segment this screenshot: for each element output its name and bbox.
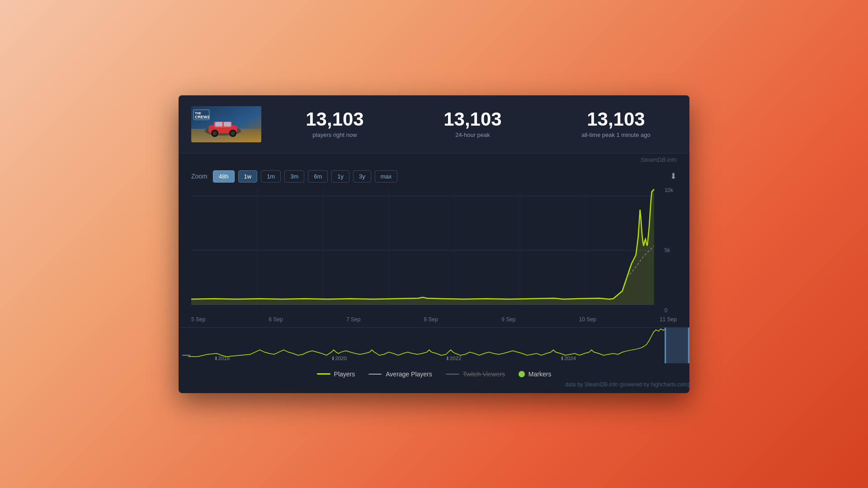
chart-area: Zoom 48h 1w 1m 3m 6m 1y 3y max ⬇ 10k 5k … xyxy=(179,163,689,327)
players-now-label: players right now xyxy=(306,131,363,138)
mini-chart-svg: 2018 2020 2022 2024 xyxy=(179,328,689,363)
legend-players: Players xyxy=(317,371,355,378)
svg-rect-27 xyxy=(688,328,689,363)
svg-text:CREW2: CREW2 xyxy=(195,115,210,119)
main-chart-svg xyxy=(191,187,677,314)
svg-text:2024: 2024 xyxy=(564,356,576,361)
svg-rect-33 xyxy=(447,357,448,360)
peak-24h-label: 24-hour peak xyxy=(443,131,501,138)
legend-twitch: Twitch Viewers xyxy=(446,371,505,378)
data-credit: data by SteamDB.info (powered by highcha… xyxy=(179,381,689,393)
legend-avg-players-label: Average Players xyxy=(386,371,432,378)
zoom-controls: Zoom 48h 1w 1m 3m 6m 1y 3y max ⬇ xyxy=(191,170,677,183)
avg-players-line-icon xyxy=(368,374,382,375)
svg-rect-26 xyxy=(665,328,666,363)
steamdb-credit: SteamDB.info xyxy=(179,154,689,163)
stat-peak-24h: 13,103 24-hour peak xyxy=(443,110,501,138)
download-icon[interactable]: ⬇ xyxy=(670,171,677,181)
zoom-1m[interactable]: 1m xyxy=(261,170,281,183)
legend-twitch-label: Twitch Viewers xyxy=(463,371,505,378)
legend-markers: Markers xyxy=(519,371,552,378)
twitch-line-icon xyxy=(446,374,459,375)
svg-point-10 xyxy=(231,131,235,136)
stat-all-time-peak: 13,103 all-time peak 1 minute ago xyxy=(581,110,650,138)
zoom-3m[interactable]: 3m xyxy=(284,170,304,183)
svg-rect-31 xyxy=(332,357,334,360)
svg-rect-6 xyxy=(224,122,231,127)
svg-text:THE: THE xyxy=(195,112,201,115)
zoom-1y[interactable]: 1y xyxy=(331,170,349,183)
stats-group: 13,103 players right now 13,103 24-hour … xyxy=(279,110,677,138)
svg-text:2022: 2022 xyxy=(450,356,462,361)
svg-text:2018: 2018 xyxy=(218,356,230,361)
zoom-label: Zoom xyxy=(191,173,208,180)
players-now-value: 13,103 xyxy=(306,110,363,129)
legend-markers-label: Markers xyxy=(528,371,552,378)
stat-players-now: 13,103 players right now xyxy=(306,110,363,138)
legend: Players Average Players Twitch Viewers M… xyxy=(179,363,689,381)
header: THE CREW2 13,103 players right now 13,10… xyxy=(179,95,689,154)
svg-rect-35 xyxy=(561,357,563,360)
peak-24h-value: 13,103 xyxy=(443,110,501,129)
players-line-icon xyxy=(317,373,330,375)
zoom-48h[interactable]: 48h xyxy=(213,170,235,183)
zoom-3y[interactable]: 3y xyxy=(353,170,371,183)
svg-point-8 xyxy=(212,131,217,136)
svg-text:2020: 2020 xyxy=(335,356,347,361)
x-axis-labels: 5 Sep 6 Sep 7 Sep 8 Sep 9 Sep 10 Sep 11 … xyxy=(191,314,677,327)
all-time-peak-value: 13,103 xyxy=(581,110,650,129)
zoom-1w[interactable]: 1w xyxy=(238,170,258,183)
zoom-max[interactable]: max xyxy=(375,170,398,183)
main-card: THE CREW2 13,103 players right now 13,10… xyxy=(179,95,689,393)
game-thumbnail: THE CREW2 xyxy=(191,106,261,142)
mini-chart-container: 2018 2020 2022 2024 xyxy=(179,327,689,363)
main-chart: 10k 5k 0 xyxy=(191,187,677,314)
markers-dot-icon xyxy=(519,371,525,377)
svg-rect-5 xyxy=(215,122,222,127)
zoom-6m[interactable]: 6m xyxy=(308,170,328,183)
svg-rect-25 xyxy=(665,328,689,363)
legend-players-label: Players xyxy=(334,371,355,378)
svg-rect-24 xyxy=(179,328,689,363)
svg-rect-29 xyxy=(215,357,217,360)
all-time-peak-label: all-time peak 1 minute ago xyxy=(581,131,650,138)
legend-avg-players: Average Players xyxy=(368,371,432,378)
